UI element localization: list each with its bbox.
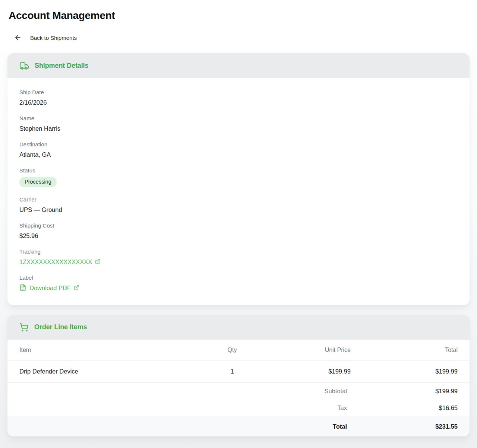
column-header-unit-price: Unit Price — [262, 347, 351, 353]
cell-qty: 1 — [202, 368, 262, 375]
shopping-cart-icon — [19, 323, 29, 332]
summary-row-subtotal: Subtotal $199.99 — [7, 383, 470, 400]
column-header-qty: Qty — [202, 347, 262, 353]
shipment-details-card: Shipment Details Ship Date 2/16/2026 Nam… — [7, 53, 470, 305]
field-label: Ship Date — [19, 89, 458, 96]
cell-unit-price: $199.99 — [262, 368, 351, 375]
field-value: UPS — Ground — [19, 206, 458, 213]
subtotal-label: Subtotal — [262, 388, 351, 395]
field-ship-date: Ship Date 2/16/2026 — [19, 89, 458, 106]
shipment-details-title: Shipment Details — [35, 62, 88, 70]
field-label: Name — [19, 115, 458, 122]
tracking-link[interactable]: 1ZXXXXXXXXXXXXXXXX — [19, 258, 101, 266]
field-label: Shipping Cost — [19, 222, 458, 229]
field-destination: Destination Atlanta, GA — [19, 141, 458, 158]
column-header-item: Item — [19, 347, 202, 353]
table-row: Drip Defender Device 1 $199.99 $199.99 — [7, 360, 470, 383]
order-line-items-title: Order Line Items — [34, 323, 87, 331]
field-tracking: Tracking 1ZXXXXXXXXXXXXXXXX — [19, 248, 458, 266]
table-header-row: Item Qty Unit Price Total — [7, 340, 470, 360]
field-value: 2/16/2026 — [19, 99, 458, 106]
field-label-download: Label Download PDF — [19, 274, 458, 293]
page: Account Management Back to Shipments Shi… — [0, 0, 477, 436]
field-value: Atlanta, GA — [19, 151, 458, 158]
summary-row-total: Total $231.55 — [7, 416, 470, 436]
total-value: $231.55 — [351, 423, 458, 430]
column-header-total: Total — [351, 347, 458, 353]
tax-value: $16.65 — [351, 404, 458, 412]
order-line-items-card: Order Line Items Item Qty Unit Price Tot… — [7, 315, 470, 436]
field-value: Stephen Harris — [19, 125, 458, 132]
back-button[interactable]: Back to Shipments — [14, 34, 77, 41]
cell-item: Drip Defender Device — [19, 368, 202, 375]
external-link-icon — [95, 259, 101, 264]
cell-total: $199.99 — [351, 368, 458, 375]
field-label: Carrier — [19, 196, 458, 203]
field-name: Name Stephen Harris — [19, 115, 458, 132]
field-label: Tracking — [19, 248, 458, 255]
summary-row-tax: Tax $16.65 — [7, 400, 470, 416]
download-pdf-link[interactable]: Download PDF — [19, 284, 79, 292]
page-title: Account Management — [9, 0, 470, 22]
order-table: Item Qty Unit Price Total Drip Defender … — [7, 340, 470, 436]
field-value: $25.96 — [19, 232, 458, 239]
shipment-details-body: Ship Date 2/16/2026 Name Stephen Harris … — [7, 78, 470, 305]
field-label: Destination — [19, 141, 458, 148]
file-text-icon — [19, 284, 26, 291]
order-line-items-header: Order Line Items — [7, 315, 470, 340]
shipment-details-header: Shipment Details — [7, 53, 470, 78]
back-button-label: Back to Shipments — [30, 35, 77, 41]
field-shipping-cost: Shipping Cost $25.96 — [19, 222, 458, 239]
field-label: Label — [19, 274, 458, 281]
truck-icon — [19, 61, 29, 71]
field-status: Status Processing — [19, 167, 458, 187]
tracking-number: 1ZXXXXXXXXXXXXXXXX — [19, 258, 92, 266]
arrow-left-icon — [14, 34, 22, 41]
subtotal-value: $199.99 — [351, 388, 458, 395]
field-label: Status — [19, 167, 458, 174]
field-carrier: Carrier UPS — Ground — [19, 196, 458, 213]
external-link-icon — [74, 285, 79, 290]
status-badge: Processing — [19, 177, 57, 187]
tax-label: Tax — [262, 404, 351, 412]
download-pdf-label: Download PDF — [29, 284, 71, 292]
total-label: Total — [262, 423, 351, 430]
